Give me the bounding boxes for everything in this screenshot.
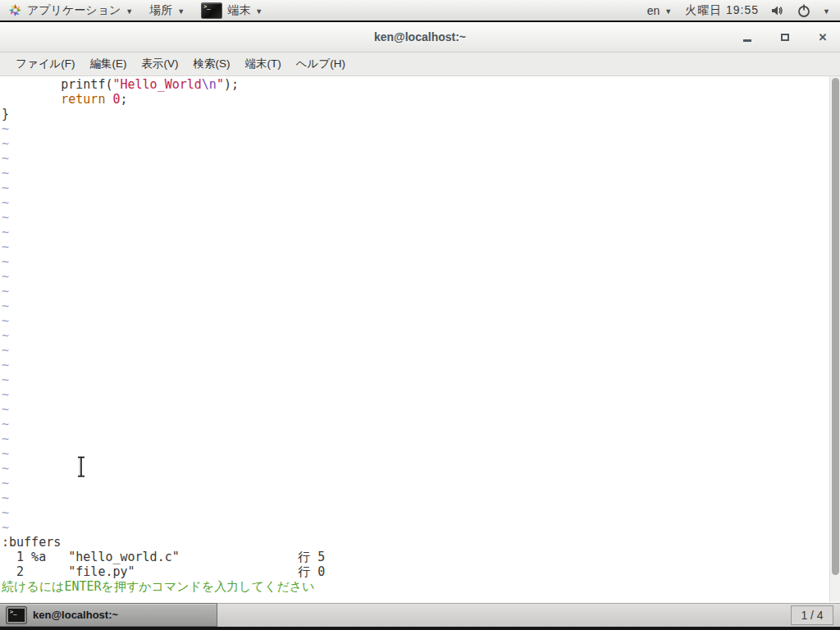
taskbar-window-label: ken@localhost:~ bbox=[33, 609, 118, 621]
terminal-line: ~ bbox=[2, 520, 840, 535]
vim-buffer-text: printf("Hello_World\n"); return 0;}~~~~~… bbox=[0, 76, 840, 594]
terminal-line: ~ bbox=[2, 269, 840, 284]
applications-menu-label: アプリケーション bbox=[27, 3, 121, 18]
menu-terminal[interactable]: 端末(T) bbox=[238, 53, 289, 75]
close-icon: ✕ bbox=[819, 31, 828, 43]
terminal-line: ~ bbox=[2, 166, 840, 180]
terminal-line: ~ bbox=[2, 446, 840, 461]
terminal-line: printf("Hello_World\n"); bbox=[2, 77, 840, 92]
terminal-line: ~ bbox=[2, 402, 840, 417]
terminal-line: :buffers bbox=[2, 535, 840, 550]
terminal-line: ~ bbox=[2, 431, 840, 446]
terminal-line: 1 %a "hello_world.c" 行 5 bbox=[2, 550, 840, 564]
chevron-down-icon: ▼ bbox=[177, 7, 185, 16]
taskbar: ken@localhost:~ 1 / 4 bbox=[0, 603, 840, 630]
terminal-line: ~ bbox=[2, 343, 840, 358]
scrollbar[interactable] bbox=[829, 76, 840, 602]
chevron-down-icon[interactable]: ▼ bbox=[823, 7, 830, 16]
terminal-app-icon bbox=[201, 2, 222, 19]
terminal-line: ~ bbox=[2, 358, 840, 372]
maximize-icon bbox=[781, 34, 789, 41]
terminal-line: ~ bbox=[2, 313, 840, 328]
applications-icon bbox=[8, 3, 22, 17]
terminal-line: ~ bbox=[2, 328, 840, 343]
minimize-button[interactable] bbox=[738, 28, 756, 46]
chevron-down-icon: ▼ bbox=[255, 7, 262, 16]
terminal-line: ~ bbox=[2, 284, 840, 299]
active-app-menu-label: 端末 bbox=[227, 3, 250, 18]
terminal-line: ~ bbox=[2, 240, 840, 254]
volume-icon[interactable] bbox=[770, 3, 785, 18]
power-icon[interactable] bbox=[797, 3, 811, 18]
terminal-line: ~ bbox=[2, 121, 840, 136]
menu-search[interactable]: 検索(S) bbox=[186, 53, 238, 75]
workspace-switcher[interactable]: 1 / 4 bbox=[791, 605, 833, 625]
menu-help[interactable]: ヘルプ(H) bbox=[289, 53, 353, 75]
active-app-menu[interactable]: 端末 ▼ bbox=[193, 0, 271, 21]
top-panel: アプリケーション ▼ 場所 ▼ 端末 ▼ en ▼ 火曜日 19:55 ▼ bbox=[0, 0, 840, 22]
menu-edit[interactable]: 編集(E) bbox=[83, 53, 135, 75]
terminal-content[interactable]: printf("Hello_World\n"); return 0;}~~~~~… bbox=[0, 76, 840, 602]
terminal-line: ~ bbox=[2, 461, 840, 476]
minimize-icon bbox=[743, 39, 751, 42]
terminal-line: ~ bbox=[2, 417, 840, 431]
menu-view[interactable]: 表示(V) bbox=[135, 53, 186, 75]
menubar: ファイル(F) 編集(E) 表示(V) 検索(S) 端末(T) ヘルプ(H) bbox=[0, 52, 840, 76]
clock[interactable]: 火曜日 19:55 bbox=[685, 3, 759, 18]
chevron-down-icon: ▼ bbox=[126, 7, 133, 16]
terminal-line: ~ bbox=[2, 180, 840, 195]
terminal-line: 続けるにはENTERを押すかコマンドを入力してください bbox=[2, 579, 840, 594]
terminal-line: ~ bbox=[2, 387, 840, 402]
terminal-line: ~ bbox=[2, 210, 840, 225]
terminal-line: ~ bbox=[2, 372, 840, 387]
text-cursor-pointer bbox=[76, 456, 86, 477]
workspace-indicator-label: 1 / 4 bbox=[801, 609, 823, 622]
menu-file[interactable]: ファイル(F) bbox=[8, 53, 83, 75]
terminal-line: ~ bbox=[2, 491, 840, 505]
terminal-task-icon bbox=[7, 607, 26, 623]
window-title: ken@localhost:~ bbox=[374, 30, 466, 43]
terminal-line: ~ bbox=[2, 136, 840, 151]
chevron-down-icon: ▼ bbox=[664, 7, 672, 16]
places-menu-label: 場所 bbox=[149, 3, 172, 18]
scrollbar-thumb[interactable] bbox=[832, 78, 839, 575]
keyboard-layout-label: en bbox=[647, 4, 660, 17]
terminal-window: ken@localhost:~ ✕ ファイル(F) 編集(E) 表示(V) 検索… bbox=[0, 22, 840, 603]
terminal-line: ~ bbox=[2, 225, 840, 240]
terminal-line: ~ bbox=[2, 505, 840, 520]
applications-menu[interactable]: アプリケーション ▼ bbox=[0, 0, 141, 21]
terminal-line: ~ bbox=[2, 254, 840, 269]
places-menu[interactable]: 場所 ▼ bbox=[141, 0, 193, 21]
maximize-button[interactable] bbox=[776, 28, 794, 46]
taskbar-window-button[interactable]: ken@localhost:~ bbox=[0, 603, 217, 627]
keyboard-layout-indicator[interactable]: en ▼ bbox=[646, 4, 674, 17]
terminal-line: return 0; bbox=[2, 92, 840, 107]
titlebar[interactable]: ken@localhost:~ ✕ bbox=[0, 22, 840, 52]
terminal-line: 2 "file.py" 行 0 bbox=[2, 564, 840, 579]
terminal-line: ~ bbox=[2, 476, 840, 491]
terminal-line: ~ bbox=[2, 195, 840, 210]
terminal-line: ~ bbox=[2, 151, 840, 166]
close-button[interactable]: ✕ bbox=[814, 28, 832, 46]
terminal-line: } bbox=[2, 107, 840, 121]
terminal-line: ~ bbox=[2, 299, 840, 313]
